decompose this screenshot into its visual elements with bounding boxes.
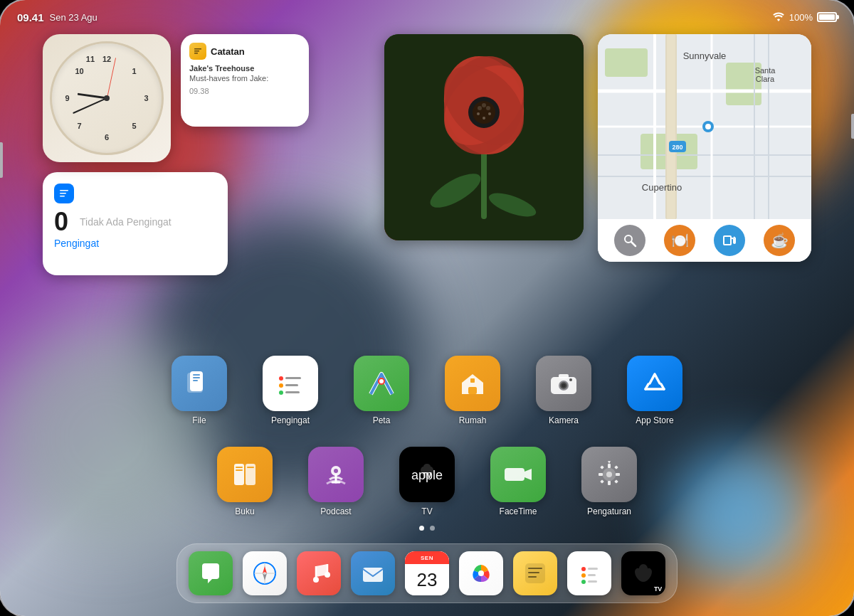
- notes-note-time: 09.38: [189, 87, 300, 95]
- svg-point-19: [482, 103, 486, 107]
- svg-line-46: [631, 242, 636, 246]
- app-facetime[interactable]: FaceTime: [490, 447, 546, 516]
- svg-rect-72: [236, 467, 243, 468]
- appstore-label: App Store: [636, 415, 673, 425]
- tv-label: TV: [421, 506, 432, 516]
- svg-rect-56: [285, 384, 298, 386]
- dock-music[interactable]: [297, 551, 341, 595]
- camera-label: Kamera: [549, 415, 579, 425]
- clock-hour-hand: [77, 93, 107, 100]
- podcast-label: Podcast: [320, 506, 351, 516]
- safari-dock-icon: [243, 551, 287, 595]
- svg-text:Santa: Santa: [755, 66, 776, 75]
- status-date: Sen 23 Agu: [50, 12, 97, 23]
- svg-point-18: [486, 106, 490, 110]
- map-background: 280 Sunnyvale Santa Clara Cupertino: [598, 34, 811, 219]
- svg-point-53: [279, 376, 283, 381]
- dock-messages[interactable]: [189, 551, 233, 595]
- podcast-icon: [308, 447, 364, 502]
- dock-photos[interactable]: [459, 551, 503, 595]
- svg-rect-1: [194, 48, 201, 50]
- svg-rect-65: [559, 374, 569, 378]
- notes-widget[interactable]: Catatan Jake's Treehouse Must-haves from…: [181, 34, 309, 127]
- app-podcast[interactable]: Podcast: [308, 447, 364, 516]
- app-files[interactable]: File: [172, 356, 227, 425]
- home-icon: [445, 356, 500, 411]
- app-books[interactable]: Buku: [217, 447, 273, 516]
- map-search-button[interactable]: [614, 225, 645, 256]
- battery-fill: [819, 14, 835, 20]
- dock-safari[interactable]: [243, 551, 287, 595]
- app-maps[interactable]: Peta: [354, 356, 409, 425]
- maps-widget[interactable]: 280 Sunnyvale Santa Clara Cupertino 🍽️: [598, 34, 811, 262]
- clock-6: 6: [105, 133, 109, 142]
- reminders-label: Pengingat: [54, 238, 216, 249]
- svg-rect-63: [470, 378, 475, 383]
- app-reminders[interactable]: Pengingat: [263, 356, 318, 425]
- app-appstore[interactable]: App Store: [627, 356, 682, 425]
- maps-icon: [354, 356, 409, 411]
- svg-rect-85: [608, 481, 611, 485]
- svg-point-21: [488, 112, 491, 115]
- volume-button[interactable]: [0, 142, 3, 178]
- power-button[interactable]: [851, 114, 854, 139]
- clock-5: 5: [132, 122, 136, 130]
- app-home[interactable]: Rumah: [445, 356, 500, 425]
- clock-3: 3: [144, 94, 148, 102]
- dock-mail[interactable]: [351, 551, 395, 595]
- svg-rect-2: [194, 51, 199, 52]
- svg-rect-86: [599, 473, 603, 476]
- dock-notes[interactable]: [513, 551, 557, 595]
- clock-1: 1: [132, 67, 136, 75]
- svg-rect-6: [60, 196, 65, 197]
- files-icon: [172, 356, 227, 411]
- notes-dock-icon: [513, 551, 557, 595]
- reminders-widget[interactable]: 0 Tidak Ada Pengingat Pengingat: [43, 172, 228, 275]
- notes-icon: [189, 43, 206, 60]
- wifi-icon: [772, 11, 785, 23]
- svg-point-61: [379, 379, 384, 383]
- clock-second-hand: [107, 58, 116, 98]
- dock-calendar[interactable]: SEN 23: [405, 551, 449, 595]
- notes-header: Catatan: [189, 43, 300, 60]
- svg-rect-4: [60, 190, 68, 191]
- clock-widget[interactable]: 12 1 3 5 6 7 9 10 11: [43, 34, 171, 162]
- svg-point-102: [478, 570, 484, 576]
- svg-rect-81: [505, 468, 524, 481]
- clock-10: 10: [75, 67, 83, 75]
- app-settings[interactable]: Pengaturan: [581, 447, 637, 516]
- svg-rect-91: [614, 479, 618, 484]
- app-camera[interactable]: Kamera: [536, 356, 591, 425]
- svg-point-99: [313, 577, 319, 583]
- widgets-top-row: 12 1 3 5 6 7 9 10 11: [43, 34, 370, 162]
- page-dot-1[interactable]: [419, 526, 424, 531]
- photos-dock-icon: [459, 551, 503, 595]
- svg-point-107: [581, 567, 586, 571]
- map-actions: 🍽️ ☕: [598, 219, 811, 262]
- reminders-empty-text: Tidak Ada Pengingat: [80, 216, 172, 228]
- svg-rect-50: [193, 374, 200, 376]
- map-food-button[interactable]: 🍽️: [664, 225, 695, 256]
- map-gas-button[interactable]: [714, 225, 745, 256]
- svg-point-22: [483, 117, 485, 120]
- clock-12: 12: [102, 55, 111, 63]
- svg-rect-3: [194, 53, 198, 54]
- notes-widget-title: Catatan: [211, 46, 245, 57]
- svg-rect-52: [193, 380, 198, 381]
- page-dot-2[interactable]: [430, 526, 435, 531]
- svg-text:280: 280: [672, 144, 682, 151]
- dock-tv[interactable]: TV: [621, 551, 665, 595]
- svg-rect-110: [588, 574, 596, 576]
- dock-reminders[interactable]: [567, 551, 611, 595]
- svg-point-20: [477, 112, 480, 115]
- app-tv[interactable]: apple TV TV: [399, 447, 455, 516]
- svg-point-111: [581, 580, 586, 584]
- calendar-dock-icon: SEN 23: [405, 551, 449, 595]
- svg-rect-47: [724, 236, 731, 245]
- svg-point-83: [606, 472, 612, 477]
- photo-widget[interactable]: [384, 34, 584, 240]
- tv-dock-icon: TV: [621, 551, 665, 595]
- map-cafe-button[interactable]: ☕: [764, 225, 795, 256]
- svg-rect-101: [363, 568, 383, 582]
- svg-rect-88: [600, 465, 604, 469]
